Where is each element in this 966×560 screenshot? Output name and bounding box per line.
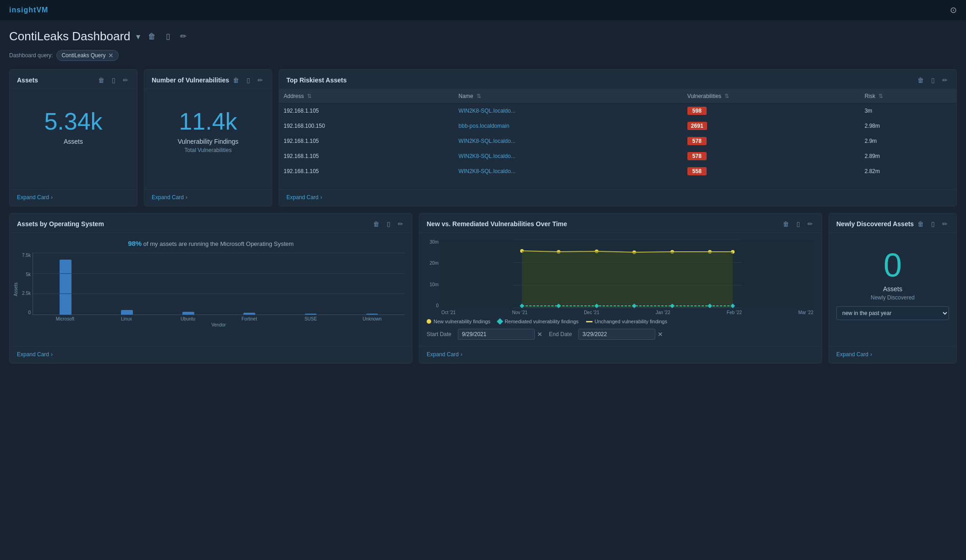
os-edit-button[interactable]: ✏ bbox=[396, 220, 405, 228]
assets-delete-button[interactable]: 🗑 bbox=[97, 76, 106, 84]
riskiest-card-footer: Expand Card › bbox=[279, 189, 956, 206]
cell-name[interactable]: WIN2K8-SQL.localdo... bbox=[454, 164, 683, 179]
chevron-right-icon: › bbox=[51, 351, 53, 358]
chevron-right-icon: › bbox=[51, 194, 53, 201]
bottom-grid: Assets by Operating System 🗑 ▯ ✏ 98% of … bbox=[9, 213, 957, 364]
start-date-input[interactable] bbox=[458, 329, 535, 340]
nd-metric-sublabel: Newly Discovered bbox=[836, 294, 949, 301]
filter-chip-label: ContiLeaks Query bbox=[61, 52, 105, 59]
x-oct21: Oct '21 bbox=[441, 310, 456, 315]
page-content: ContiLeaks Dashboard ▾ 🗑 ▯ ✏ Dashboard q… bbox=[0, 20, 966, 368]
edit-dashboard-button[interactable]: ✏ bbox=[178, 31, 189, 42]
assets-expand-link[interactable]: Expand Card › bbox=[17, 194, 130, 201]
os-delete-button[interactable]: 🗑 bbox=[372, 220, 381, 228]
cell-address: 192.168.1.105 bbox=[279, 164, 454, 179]
end-date-clear-icon[interactable]: ✕ bbox=[658, 331, 663, 338]
assets-card-header: Assets 🗑 ▯ ✏ bbox=[10, 70, 137, 89]
legend-new-dot bbox=[427, 319, 431, 324]
cell-name[interactable]: bbb-pos.localdomain bbox=[454, 119, 683, 134]
vuln-time-copy-button[interactable]: ▯ bbox=[795, 220, 801, 228]
y-label-2500: 2.5k bbox=[22, 291, 31, 296]
nd-card-footer: Expand Card › bbox=[829, 346, 956, 363]
vuln-delete-button[interactable]: 🗑 bbox=[231, 76, 241, 84]
os-copy-button[interactable]: ▯ bbox=[385, 220, 392, 228]
riskiest-card-header: Top Riskiest Assets 🗑 ▯ ✏ bbox=[279, 70, 956, 89]
bar-fill bbox=[366, 314, 378, 315]
nd-delete-button[interactable]: 🗑 bbox=[916, 220, 925, 228]
cell-name[interactable]: WIN2K8-SQL.localdo... bbox=[454, 103, 683, 119]
os-pct: 98% bbox=[128, 239, 142, 247]
vuln-metric-label: Vulnerability Findings bbox=[152, 138, 264, 145]
cell-name[interactable]: WIN2K8-SQL.localdo... bbox=[454, 149, 683, 164]
nd-copy-button[interactable]: ▯ bbox=[930, 220, 936, 228]
os-assets-card: Assets by Operating System 🗑 ▯ ✏ 98% of … bbox=[9, 213, 412, 364]
nd-expand-link[interactable]: Expand Card › bbox=[836, 351, 949, 358]
vuln-copy-button[interactable]: ▯ bbox=[245, 76, 252, 84]
assets-card: Assets 🗑 ▯ ✏ 5.34k Assets Expand Card › bbox=[9, 69, 137, 207]
vuln-time-delete-button[interactable]: 🗑 bbox=[781, 220, 790, 228]
vuln-expand-link[interactable]: Expand Card › bbox=[152, 194, 264, 201]
os-card-footer: Expand Card › bbox=[10, 346, 412, 363]
os-card-header: Assets by Operating System 🗑 ▯ ✏ bbox=[10, 213, 412, 233]
cell-name[interactable]: WIN2K8-SQL.localdo... bbox=[454, 134, 683, 149]
x-nov21: Nov '21 bbox=[512, 310, 527, 315]
assets-edit-button[interactable]: ✏ bbox=[121, 76, 130, 84]
vuln-time-card-footer: Expand Card › bbox=[419, 346, 822, 363]
os-card-body: 98% of my assets are running the Microso… bbox=[10, 233, 412, 346]
vuln-edit-button[interactable]: ✏ bbox=[256, 76, 264, 84]
bar-x-label: Linux bbox=[96, 316, 157, 321]
legend-unchanged-label: Unchanged vulnerability findings bbox=[595, 319, 667, 324]
vuln-card-header: Number of Vulnerabilities 🗑 ▯ ✏ bbox=[144, 70, 272, 89]
legend-remediated-label: Remediated vulnerability findings bbox=[505, 319, 578, 324]
legend-remediated: Remediated vulnerability findings bbox=[498, 319, 578, 324]
navbar: insightVM ⊙ bbox=[0, 0, 966, 20]
y-10m: 10m bbox=[430, 282, 439, 287]
vuln-metric-sublabel: Total Vulnerabilities bbox=[152, 147, 264, 153]
start-date-label: Start Date bbox=[427, 331, 451, 337]
nd-timeframe-select[interactable]: new in the past yearnew in the past mont… bbox=[836, 306, 949, 320]
top-grid: Assets 🗑 ▯ ✏ 5.34k Assets Expand Card › bbox=[9, 69, 957, 207]
riskiest-copy-button[interactable]: ▯ bbox=[930, 76, 936, 84]
bar-fill bbox=[121, 310, 133, 315]
chevron-down-icon[interactable]: ▾ bbox=[136, 32, 140, 42]
x-mar22: Mar '22 bbox=[798, 310, 813, 315]
vuln-time-expand-link[interactable]: Expand Card › bbox=[427, 351, 814, 358]
y-axis-label: Assets bbox=[13, 283, 18, 296]
start-date-clear-icon[interactable]: ✕ bbox=[537, 331, 543, 338]
assets-copy-button[interactable]: ▯ bbox=[110, 76, 117, 84]
col-risk[interactable]: Risk ⇅ bbox=[860, 89, 956, 103]
vuln-card-title: Number of Vulnerabilities bbox=[152, 76, 229, 84]
filter-chip-close-icon[interactable]: ✕ bbox=[108, 52, 114, 59]
nd-edit-button[interactable]: ✏ bbox=[941, 220, 949, 228]
y-label-5000: 5k bbox=[26, 272, 31, 277]
riskiest-expand-link[interactable]: Expand Card › bbox=[286, 194, 949, 201]
bars-container bbox=[33, 253, 405, 315]
os-expand-link[interactable]: Expand Card › bbox=[17, 351, 405, 358]
user-icon[interactable]: ⊙ bbox=[950, 5, 957, 15]
col-vulns[interactable]: Vulnerabilities ⇅ bbox=[683, 89, 860, 103]
riskiest-edit-button[interactable]: ✏ bbox=[941, 76, 949, 84]
cell-risk: 2.89m bbox=[860, 149, 956, 164]
y-label-0: 0 bbox=[28, 310, 31, 315]
table-row: 192.168.1.105 WIN2K8-SQL.localdo... 598 … bbox=[279, 103, 956, 119]
vuln-time-card-title: New vs. Remediated Vulnerabilities Over … bbox=[427, 220, 567, 228]
riskiest-delete-button[interactable]: 🗑 bbox=[916, 76, 925, 84]
os-card-title: Assets by Operating System bbox=[17, 220, 104, 228]
bar bbox=[280, 260, 341, 315]
bar-fill bbox=[60, 260, 71, 315]
line-chart-svg bbox=[440, 239, 814, 308]
bar-x-label: SUSE bbox=[280, 316, 341, 321]
page-title: ContiLeaks Dashboard bbox=[9, 29, 131, 43]
col-address[interactable]: Address ⇅ bbox=[279, 89, 454, 103]
assets-card-actions: 🗑 ▯ ✏ bbox=[97, 76, 130, 84]
cell-address: 192.168.100.150 bbox=[279, 119, 454, 134]
vuln-time-edit-button[interactable]: ✏ bbox=[806, 220, 814, 228]
line-chart-svg-wrap: Oct '21 Nov '21 Dec '21 Jan '22 Feb '22 … bbox=[440, 239, 814, 315]
col-name[interactable]: Name ⇅ bbox=[454, 89, 683, 103]
end-date-input[interactable] bbox=[578, 329, 655, 340]
bar-labels-row: MicrosoftLinuxUbuntuFortinetSUSEUnknown bbox=[33, 315, 405, 321]
delete-dashboard-button[interactable]: 🗑 bbox=[146, 31, 158, 42]
cell-risk: 2.98m bbox=[860, 119, 956, 134]
riskiest-card-body: Address ⇅ Name ⇅ Vulnerabilities ⇅ Risk … bbox=[279, 89, 956, 189]
copy-dashboard-button[interactable]: ▯ bbox=[164, 31, 172, 42]
